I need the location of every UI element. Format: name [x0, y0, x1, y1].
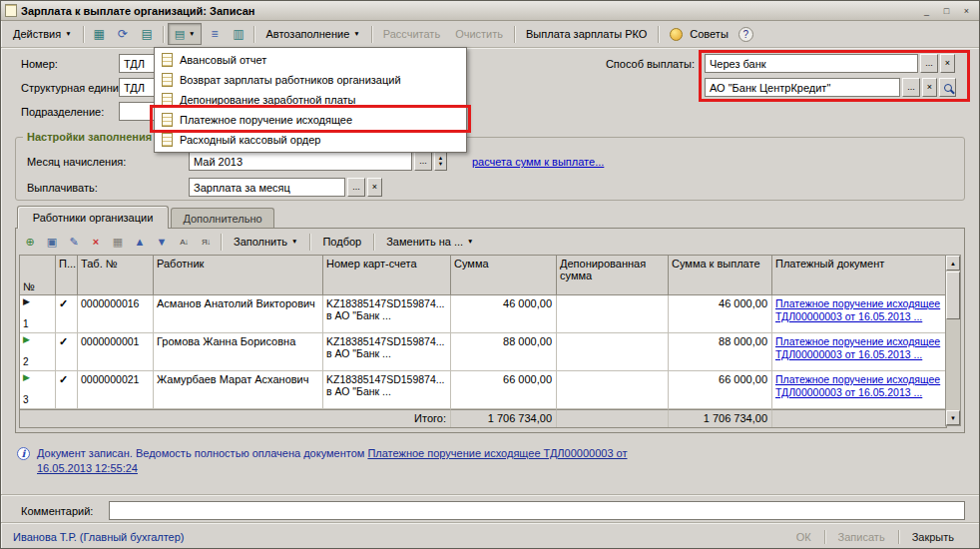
document-icon	[162, 113, 173, 127]
reorder-icon[interactable]: ▦	[108, 233, 128, 251]
autofill-button[interactable]: Автозаполнение ▼	[258, 23, 366, 45]
row-indicator: ▶ 3	[20, 371, 56, 409]
payment-doc-link[interactable]: Платежное поручение исходящее	[775, 335, 942, 348]
chevron-down-icon: ▼	[189, 31, 195, 38]
refresh-icon[interactable]: ⟳	[112, 23, 135, 45]
menu-item-salary-return[interactable]: Возврат зарплаты работников организаций	[155, 70, 466, 90]
minimize-button[interactable]: _	[918, 3, 935, 18]
window-controls: _ □ ×	[918, 3, 975, 18]
payout-calc-date-link[interactable]: расчета сумм к выплате...	[472, 156, 604, 168]
scrollbar-thumb[interactable]	[946, 272, 960, 319]
chevron-down-icon: ▼	[353, 31, 359, 38]
current-user: Иванова Т.Р. (Главный бухгалтер)	[13, 531, 783, 543]
bank-search-button[interactable]	[939, 78, 956, 97]
chevron-down-icon: ▼	[65, 31, 71, 38]
totals-doc	[772, 409, 946, 427]
menu-item-cash-order[interactable]: Расходный кассовый ордер	[155, 130, 466, 150]
calculate-button[interactable]: Рассчитать	[376, 23, 447, 45]
totals-row: Итого: 1 706 734,00 1 706 734,00	[20, 409, 946, 427]
accrual-month-select-button[interactable]: ...	[414, 152, 432, 171]
paid-checkbox[interactable]: ✓	[56, 371, 78, 409]
header-to-pay[interactable]: Сумма к выплате	[669, 256, 772, 295]
document-list-icon[interactable]: ≡	[203, 23, 226, 45]
move-down-icon[interactable]: ▼	[152, 233, 172, 251]
pay-rko-button[interactable]: Выплата зарплаты РКО	[519, 23, 654, 45]
accrual-month-field[interactable]: Май 2013	[189, 152, 412, 171]
payment-doc-link[interactable]: Платежное поручение исходящее	[775, 297, 942, 310]
totals-to-pay: 1 706 734,00	[669, 409, 772, 427]
payment-method-field[interactable]: Через банк	[705, 54, 918, 73]
header-account[interactable]: Номер карт-счета	[323, 256, 451, 295]
table-row[interactable]: ▶ 3 ✓ 0000000021 Жамурбаев Марат Асханов…	[20, 371, 946, 409]
fill-button[interactable]: Заполнить ▼	[227, 233, 304, 251]
sort-desc-icon[interactable]: Я↓	[196, 233, 216, 251]
payment-method-select-button[interactable]: ...	[920, 54, 938, 73]
accrual-month-spinner[interactable]: ▲ ▼	[434, 152, 447, 171]
document-icon	[162, 133, 173, 147]
copy-document-icon[interactable]: ▤	[136, 23, 159, 45]
cell-to-pay: 88 000,00	[669, 333, 772, 371]
structure-icon[interactable]: ▥	[227, 23, 249, 45]
paid-checkbox[interactable]: ✓	[56, 333, 78, 371]
add-icon[interactable]: ⊕	[20, 233, 40, 251]
header-row-number[interactable]: №	[20, 256, 56, 295]
header-employee[interactable]: Работник	[154, 256, 323, 295]
payment-doc-link[interactable]: ТДЛ00000003 от 16.05.2013 ...	[775, 310, 942, 323]
pay-what-clear-icon[interactable]: ×	[367, 178, 382, 197]
help-icon[interactable]: ?	[738, 27, 753, 42]
cell-amount: 66 000,00	[451, 371, 557, 409]
document-icon	[162, 53, 173, 67]
save-button[interactable]: Записать	[825, 529, 898, 545]
paid-checkbox[interactable]: ✓	[56, 295, 78, 333]
tab-additional[interactable]: Дополнительно	[171, 208, 274, 228]
actions-menu-button[interactable]: Действия ▼	[6, 23, 79, 45]
main-toolbar: Действия ▼ ▦ ⟳ ▤ ▤ ▼ ≡ ▥ Автозаполнение …	[1, 21, 979, 48]
header-flag[interactable]: П...	[56, 256, 78, 295]
sort-asc-icon[interactable]: А↓	[174, 233, 194, 251]
move-up-icon[interactable]: ▲	[130, 233, 150, 251]
tab-employees[interactable]: Работники организации	[17, 206, 169, 229]
table-icon[interactable]: ▦	[88, 23, 111, 45]
tips-button[interactable]: Советы	[663, 23, 735, 45]
pay-what-field[interactable]: Зарплата за месяц	[189, 178, 345, 197]
menu-item-outgoing-payment-order[interactable]: Платежное поручение исходящее	[155, 110, 466, 130]
copy-icon[interactable]: ▣	[42, 233, 62, 251]
replace-with-button[interactable]: Заменить на ... ▼	[379, 233, 480, 251]
table-row[interactable]: ▶ 2 ✓ 0000000001 Громова Жанна Борисовна…	[20, 333, 946, 371]
edit-icon[interactable]: ✎	[64, 233, 84, 251]
table-row[interactable]: ▶ 1 ✓ 0000000016 Асманов Анатолий Виктор…	[20, 295, 946, 333]
scroll-down-icon[interactable]: ▼	[946, 410, 960, 425]
header-deposited[interactable]: Депонированная сумма	[557, 256, 669, 295]
table-header: № П... Таб. № Работник Номер карт-счета …	[20, 256, 946, 295]
totals-label: Итого:	[20, 409, 451, 427]
scroll-up-icon[interactable]: ▲	[946, 256, 960, 271]
menu-item-salary-deposit[interactable]: Депонирование заработной платы	[155, 90, 466, 110]
pick-button[interactable]: Подбор	[315, 233, 368, 251]
header-amount[interactable]: Сумма	[451, 256, 557, 295]
bank-clear-icon[interactable]: ×	[922, 78, 937, 97]
close-button[interactable]: ×	[958, 3, 975, 18]
bank-field[interactable]: АО "Банк ЦентрКредит"	[705, 78, 900, 97]
enter-on-basis-button[interactable]: ▤ ▼	[168, 23, 203, 45]
tips-icon	[670, 28, 683, 41]
cell-deposited	[557, 295, 669, 333]
close-document-button[interactable]: Закрыть	[899, 529, 967, 545]
header-doc[interactable]: Платежный документ	[772, 256, 946, 295]
titlebar: Зарплата к выплате организаций: Записан …	[1, 1, 979, 21]
vertical-scrollbar[interactable]: ▲ ▼	[945, 255, 961, 426]
pay-what-select-button[interactable]: ...	[347, 178, 365, 197]
totals-amount: 1 706 734,00	[451, 409, 557, 427]
delete-icon[interactable]: ×	[86, 233, 106, 251]
payment-method-clear-icon[interactable]: ×	[940, 54, 955, 73]
clear-button[interactable]: Очистить	[448, 23, 510, 45]
maximize-button[interactable]: □	[938, 3, 955, 18]
payment-doc-link[interactable]: ТДЛ00000003 от 16.05.2013 ...	[775, 348, 942, 361]
payment-doc-link[interactable]: ТДЛ00000003 от 16.05.2013 ...	[775, 386, 942, 399]
payment-doc-link[interactable]: Платежное поручение исходящее	[775, 373, 942, 386]
ok-button[interactable]: ОК	[783, 529, 824, 545]
header-tab-no[interactable]: Таб. №	[78, 256, 154, 295]
comment-input[interactable]	[109, 501, 965, 520]
bank-select-button[interactable]: ...	[902, 78, 920, 97]
cell-tab-no: 0000000021	[78, 371, 154, 409]
menu-item-advance-report[interactable]: Авансовый отчет	[155, 50, 466, 70]
